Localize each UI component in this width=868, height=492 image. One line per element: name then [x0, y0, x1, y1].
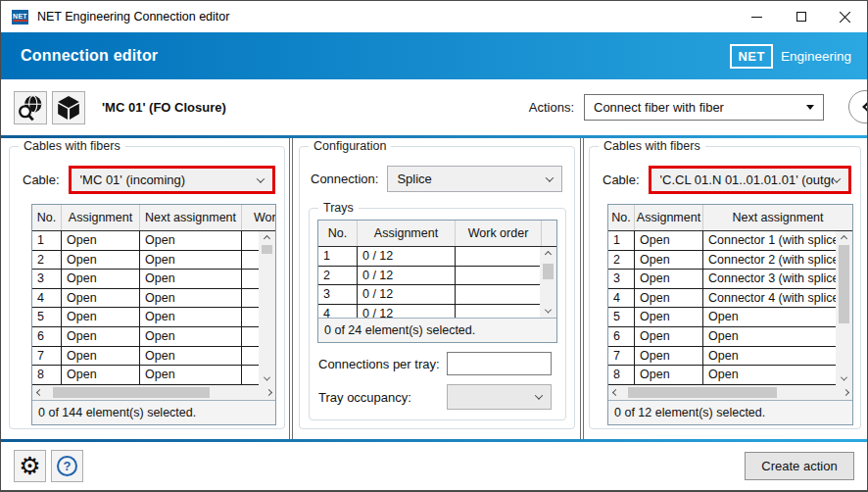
- table-row[interactable]: 5OpenOpen: [608, 308, 836, 327]
- table-row[interactable]: 5OpenOpen: [32, 308, 259, 327]
- column-header[interactable]: Work order: [242, 205, 275, 230]
- table-cell: 3: [32, 270, 62, 288]
- table-row[interactable]: 4OpenOpen: [32, 289, 259, 309]
- table-row[interactable]: 7OpenOpen: [32, 347, 259, 367]
- table-cell: Open: [62, 327, 140, 346]
- table-cell: [456, 267, 540, 285]
- table-cell: 5: [32, 308, 62, 326]
- column-header[interactable]: Next assignment: [703, 205, 852, 230]
- table-cell: Open: [703, 327, 836, 346]
- connection-value: Splice: [397, 172, 431, 186]
- horizontal-scrollbar[interactable]: [32, 385, 275, 400]
- settings-button[interactable]: ⚙: [14, 450, 46, 482]
- trays-group: Trays No.AssignmentWork order 10 / 1220 …: [309, 208, 566, 420]
- scroll-right-icon[interactable]: [839, 385, 852, 400]
- minimize-icon: [751, 17, 762, 18]
- cube-icon: [56, 95, 81, 121]
- table-row[interactable]: 3OpenOpen: [32, 270, 259, 289]
- vertical-scrollbar[interactable]: [540, 247, 556, 318]
- table-row[interactable]: 8OpenOpen: [608, 366, 836, 385]
- create-action-button[interactable]: Create action: [745, 452, 854, 480]
- scroll-down-icon[interactable]: [540, 304, 556, 318]
- table-row[interactable]: 8OpenOpen: [32, 366, 259, 385]
- table-cell: [456, 305, 540, 318]
- column-header[interactable]: Next assignment: [140, 205, 242, 230]
- minimize-button[interactable]: [735, 1, 779, 32]
- table-cell: Open: [635, 327, 703, 346]
- chevron-down-icon: [257, 174, 265, 182]
- scroll-left-icon[interactable]: [608, 385, 622, 400]
- table-row[interactable]: 10 / 12: [318, 247, 540, 267]
- table-row[interactable]: 30 / 12: [318, 285, 540, 305]
- table-cell: [242, 347, 259, 366]
- column-header[interactable]: Assignment: [635, 205, 703, 230]
- table-cell: Open: [140, 289, 242, 308]
- table-cell: Open: [140, 366, 242, 384]
- horizontal-scrollbar[interactable]: [608, 385, 852, 400]
- left-cables-group: Cables with fibers Cable: 'MC 01' (incom…: [9, 146, 285, 429]
- table-row[interactable]: 1OpenConnector 1 (with splice: [608, 231, 836, 251]
- actions-combobox[interactable]: Connect fiber with fiber: [584, 94, 824, 121]
- vertical-scrollbar[interactable]: [259, 231, 275, 385]
- table-cell: Open: [140, 308, 242, 326]
- table-row[interactable]: 1OpenOpen: [32, 231, 259, 251]
- close-button[interactable]: [823, 1, 867, 32]
- table-row[interactable]: 3OpenConnector 3 (with splice: [608, 270, 836, 289]
- connection-combobox[interactable]: Splice: [387, 166, 562, 192]
- column-header[interactable]: No.: [32, 205, 62, 230]
- left-fibers-table[interactable]: No.AssignmentNext assignmentWork order 1…: [31, 204, 276, 425]
- column-header[interactable]: Assignment: [62, 205, 140, 230]
- scroll-left-icon[interactable]: [32, 385, 46, 400]
- scrollbar-thumb[interactable]: [628, 387, 777, 398]
- splitter-right[interactable]: [578, 138, 585, 439]
- scrollbar-thumb[interactable]: [262, 245, 272, 254]
- scroll-right-icon[interactable]: [262, 385, 275, 400]
- table-row[interactable]: 6OpenOpen: [32, 327, 259, 347]
- column-header[interactable]: [542, 221, 556, 246]
- brand-logo: NET Engineering: [730, 44, 851, 69]
- table-cell: Open: [703, 366, 836, 384]
- table-cell: Open: [703, 347, 836, 366]
- column-header[interactable]: Work order: [456, 221, 542, 246]
- table-row[interactable]: 7OpenOpen: [608, 347, 836, 367]
- trays-table[interactable]: No.AssignmentWork order 10 / 1220 / 1230…: [317, 220, 557, 343]
- table-row[interactable]: 20 / 12: [318, 267, 540, 286]
- column-header[interactable]: No.: [608, 205, 635, 230]
- column-header[interactable]: Assignment: [358, 221, 456, 246]
- table-row[interactable]: 6OpenOpen: [608, 327, 836, 347]
- column-header[interactable]: No.: [318, 221, 358, 246]
- table-row[interactable]: 2OpenOpen: [32, 251, 259, 271]
- scroll-up-icon[interactable]: [540, 247, 556, 261]
- table-row[interactable]: 2OpenConnector 2 (with splice: [608, 251, 836, 271]
- scroll-up-icon[interactable]: [259, 231, 275, 245]
- tray-occupancy-combobox[interactable]: [447, 384, 552, 410]
- left-cable-combobox[interactable]: 'MC 01' (incoming): [69, 166, 275, 194]
- table-row[interactable]: 4OpenConnector 4 (with splice: [608, 289, 836, 309]
- table-cell: [242, 251, 259, 270]
- table-cell: 8: [608, 366, 635, 384]
- left-table-rows: 1OpenOpen2OpenOpen3OpenOpen4OpenOpen5Ope…: [32, 231, 259, 385]
- table-cell: 6: [32, 327, 62, 346]
- scrollbar-thumb[interactable]: [543, 264, 554, 279]
- chevron-down-icon: [535, 391, 543, 399]
- brand-logo-text: Engineering: [781, 49, 851, 64]
- help-button[interactable]: ?: [51, 450, 83, 482]
- right-fibers-table[interactable]: No.AssignmentNext assignment 1OpenConnec…: [607, 204, 853, 425]
- close-icon: [839, 11, 851, 24]
- scroll-down-icon[interactable]: [259, 371, 275, 385]
- scrollbar-thumb[interactable]: [839, 245, 849, 323]
- vertical-scrollbar[interactable]: [836, 231, 852, 385]
- scroll-down-icon[interactable]: [836, 371, 852, 385]
- scrollbar-thumb[interactable]: [53, 387, 210, 398]
- maximize-button[interactable]: [779, 1, 823, 32]
- connections-per-tray-input[interactable]: [447, 352, 552, 375]
- table-cell: Connector 1 (with splice: [703, 231, 836, 250]
- right-cable-combobox[interactable]: 'C.CL 01.N 01..01.01.01' (outgoing): [649, 166, 851, 194]
- table-row[interactable]: 40 / 12: [318, 305, 540, 318]
- splitter-left[interactable]: [287, 138, 294, 439]
- scroll-up-icon[interactable]: [836, 231, 852, 245]
- 3d-view-button[interactable]: [52, 91, 85, 124]
- table-cell: 0 / 12: [358, 267, 456, 285]
- search-network-button[interactable]: [14, 91, 47, 124]
- table-cell: 6: [608, 327, 635, 346]
